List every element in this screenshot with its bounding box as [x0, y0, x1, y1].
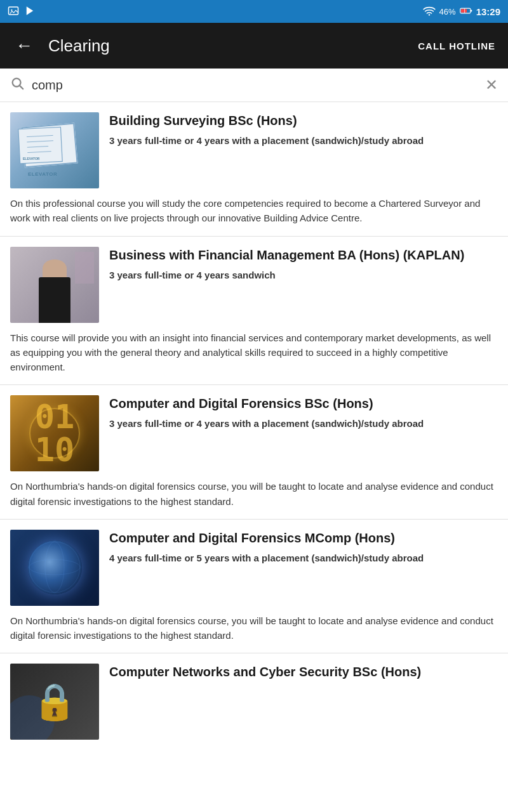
course-description: On Northumbria's hands-on digital forens…: [10, 479, 498, 509]
svg-text:ELEVATOR: ELEVATOR: [23, 157, 40, 160]
course-thumbnail: [10, 530, 99, 606]
svg-point-3: [428, 14, 429, 15]
course-header: 🔒 Computer Networks and Cyber Security B…: [10, 664, 498, 740]
course-header: ELEVATOR Building Surveying BSc (Hons) 3…: [10, 112, 498, 188]
app-bar-left: ← Clearing: [13, 33, 110, 58]
gallery-icon: [8, 5, 19, 18]
status-right-icons: 46% 13:29: [423, 6, 500, 18]
back-arrow-icon: ←: [15, 36, 33, 55]
clear-search-button[interactable]: ✕: [485, 76, 498, 94]
svg-rect-6: [461, 9, 467, 12]
course-info: Computer and Digital Forensics MComp (Ho…: [109, 530, 498, 606]
search-icon: [10, 76, 24, 94]
course-info: Building Surveying BSc (Hons) 3 years fu…: [109, 112, 498, 188]
battery-percent: 46%: [439, 7, 456, 16]
course-item[interactable]: 🔒 Computer Networks and Cyber Security B…: [0, 653, 508, 757]
course-description: On Northumbria's hands-on digital forens…: [10, 613, 498, 643]
status-left-icons: [8, 5, 36, 18]
course-title: Business with Financial Management BA (H…: [109, 247, 498, 263]
course-duration: 3 years full-time or 4 years with a plac…: [109, 134, 498, 147]
search-bar: ✕: [0, 69, 508, 102]
building-surveying-image: ELEVATOR: [10, 112, 99, 188]
battery-icon: [460, 6, 472, 17]
course-duration: 4 years full-time or 5 years with a plac…: [109, 551, 498, 565]
course-item[interactable]: ELEVATOR Building Surveying BSc (Hons) 3…: [0, 102, 508, 237]
close-icon: ✕: [485, 76, 498, 93]
page-title: Clearing: [48, 36, 110, 56]
course-item[interactable]: Computer and Digital Forensics MComp (Ho…: [0, 520, 508, 654]
course-thumbnail: 0110: [10, 395, 99, 471]
course-duration: 3 years full-time or 4 years sandwich: [109, 268, 498, 282]
time-display: 13:29: [476, 6, 500, 17]
course-thumbnail: ELEVATOR: [10, 112, 99, 188]
course-thumbnail: [10, 247, 99, 323]
course-header: Computer and Digital Forensics MComp (Ho…: [10, 530, 498, 606]
wifi-icon: [423, 6, 436, 18]
app-bar: ← Clearing CALL HOTLINE: [0, 23, 508, 69]
course-info: Business with Financial Management BA (H…: [109, 247, 498, 323]
course-info: Computer and Digital Forensics BSc (Hons…: [109, 395, 498, 471]
course-title: Computer and Digital Forensics BSc (Hons…: [109, 395, 498, 412]
back-button[interactable]: ←: [13, 33, 36, 58]
svg-point-1: [11, 9, 12, 10]
svg-line-9: [20, 86, 23, 89]
business-image: [10, 247, 99, 323]
play-store-icon: [24, 5, 36, 18]
svg-rect-5: [471, 10, 472, 11]
forensics-mcomp-image: [10, 530, 99, 606]
course-header: Business with Financial Management BA (H…: [10, 247, 498, 323]
call-hotline-button[interactable]: CALL HOTLINE: [418, 41, 495, 51]
forensics-bsc-image: 0110: [10, 395, 99, 471]
course-header: 0110 Computer and Digital Forensics BSc …: [10, 395, 498, 471]
search-input[interactable]: [32, 78, 485, 93]
course-description: This course will provide you with an ins…: [10, 331, 498, 375]
course-description: On this professional course you will stu…: [10, 196, 498, 226]
svg-point-17: [45, 542, 64, 593]
status-bar: 46% 13:29: [0, 0, 508, 23]
course-title: Computer Networks and Cyber Security BSc…: [109, 664, 498, 680]
course-item[interactable]: Business with Financial Management BA (H…: [0, 237, 508, 386]
svg-point-16: [29, 542, 80, 593]
svg-marker-2: [27, 6, 34, 15]
course-duration: 3 years full-time or 4 years with a plac…: [109, 417, 498, 430]
course-thumbnail: 🔒: [10, 664, 99, 740]
course-info: Computer Networks and Cyber Security BSc…: [109, 664, 498, 740]
course-title: Computer and Digital Forensics MComp (Ho…: [109, 530, 498, 546]
course-list: ELEVATOR Building Surveying BSc (Hons) 3…: [0, 102, 508, 757]
course-title: Building Surveying BSc (Hons): [109, 112, 498, 129]
svg-point-18: [29, 560, 80, 575]
networks-image: 🔒: [10, 664, 99, 740]
course-item[interactable]: 0110 Computer and Digital Forensics BSc …: [0, 385, 508, 520]
